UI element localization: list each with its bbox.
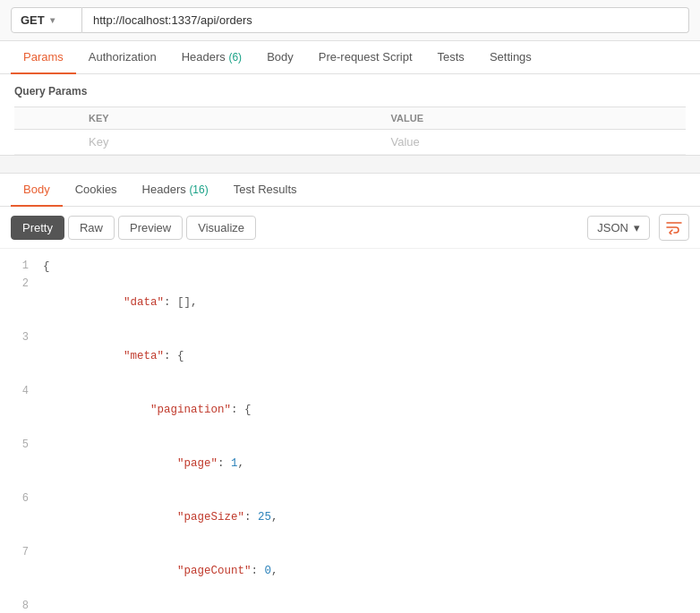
method-label: GET bbox=[21, 13, 45, 27]
response-tab-testresults[interactable]: Test Results bbox=[221, 174, 310, 207]
response-body: 1 { 2 "data": [], 3 "meta": { 4 "paginat… bbox=[0, 249, 700, 613]
code-line-7: 7 "pageCount": 0, bbox=[0, 544, 700, 598]
tab-tests[interactable]: Tests bbox=[425, 41, 477, 74]
line-num-7: 7 bbox=[7, 544, 43, 561]
type-select-label: JSON bbox=[597, 221, 628, 234]
col-value: VALUE bbox=[384, 107, 687, 130]
url-input[interactable] bbox=[82, 7, 689, 33]
tab-headers[interactable]: Headers (6) bbox=[169, 41, 254, 74]
method-select[interactable]: GET ▾ bbox=[11, 7, 82, 33]
tab-settings[interactable]: Settings bbox=[477, 41, 544, 74]
code-line-8: 8 "total": 0 bbox=[0, 598, 700, 613]
table-row: Key Value bbox=[14, 130, 686, 155]
params-table: KEY VALUE Key Value bbox=[14, 106, 686, 155]
row-checkbox bbox=[14, 130, 81, 155]
col-checkbox bbox=[14, 107, 81, 130]
type-select[interactable]: JSON ▾ bbox=[587, 216, 650, 240]
line-content-4: "pagination": { bbox=[43, 383, 252, 437]
line-content-1: { bbox=[43, 258, 50, 276]
line-num-2: 2 bbox=[7, 276, 43, 293]
type-select-chevron: ▾ bbox=[634, 221, 640, 234]
code-line-1: 1 { bbox=[0, 258, 700, 276]
line-num-1: 1 bbox=[7, 258, 43, 275]
response-tabs: Body Cookies Headers (16) Test Results bbox=[0, 174, 700, 207]
code-line-5: 5 "page": 1, bbox=[0, 437, 700, 490]
line-content-3: "meta": { bbox=[43, 329, 184, 383]
col-key: KEY bbox=[81, 107, 384, 130]
preview-button[interactable]: Preview bbox=[118, 216, 183, 240]
wrap-icon bbox=[666, 220, 682, 234]
response-section: Body Cookies Headers (16) Test Results P… bbox=[0, 174, 700, 613]
tab-params[interactable]: Params bbox=[11, 41, 76, 74]
section-divider bbox=[0, 156, 700, 174]
request-tabs: Params Authorization Headers (6) Body Pr… bbox=[0, 41, 700, 74]
tab-prerequest[interactable]: Pre-request Script bbox=[306, 41, 425, 74]
response-tab-cookies[interactable]: Cookies bbox=[63, 174, 130, 207]
pretty-button[interactable]: Pretty bbox=[11, 216, 64, 240]
row-value[interactable]: Value bbox=[384, 130, 687, 155]
line-content-7: "pageCount": 0, bbox=[43, 544, 278, 598]
query-params-title: Query Params bbox=[14, 85, 686, 98]
response-tab-headers[interactable]: Headers (16) bbox=[130, 174, 221, 207]
line-content-2: "data": [], bbox=[43, 276, 198, 329]
wrap-button[interactable] bbox=[659, 214, 689, 241]
query-params-section: Query Params KEY VALUE Key Value bbox=[0, 74, 700, 156]
code-line-4: 4 "pagination": { bbox=[0, 383, 700, 437]
url-bar: GET ▾ bbox=[0, 0, 700, 41]
method-chevron: ▾ bbox=[50, 15, 55, 25]
line-num-8: 8 bbox=[7, 598, 43, 613]
tab-authorization[interactable]: Authorization bbox=[76, 41, 169, 74]
line-num-4: 4 bbox=[7, 383, 43, 400]
code-line-2: 2 "data": [], bbox=[0, 276, 700, 329]
code-line-6: 6 "pageSize": 25, bbox=[0, 490, 700, 544]
line-content-5: "page": 1, bbox=[43, 437, 244, 490]
line-num-6: 6 bbox=[7, 490, 43, 507]
response-tab-body[interactable]: Body bbox=[11, 174, 63, 207]
line-num-3: 3 bbox=[7, 329, 43, 346]
row-key[interactable]: Key bbox=[81, 130, 384, 155]
line-num-5: 5 bbox=[7, 437, 43, 454]
code-line-3: 3 "meta": { bbox=[0, 329, 700, 383]
format-toolbar: Pretty Raw Preview Visualize JSON ▾ bbox=[0, 207, 700, 249]
raw-button[interactable]: Raw bbox=[68, 216, 115, 240]
tab-body[interactable]: Body bbox=[254, 41, 306, 74]
line-content-8: "total": 0 bbox=[43, 598, 244, 613]
line-content-6: "pageSize": 25, bbox=[43, 490, 278, 544]
visualize-button[interactable]: Visualize bbox=[186, 216, 256, 240]
